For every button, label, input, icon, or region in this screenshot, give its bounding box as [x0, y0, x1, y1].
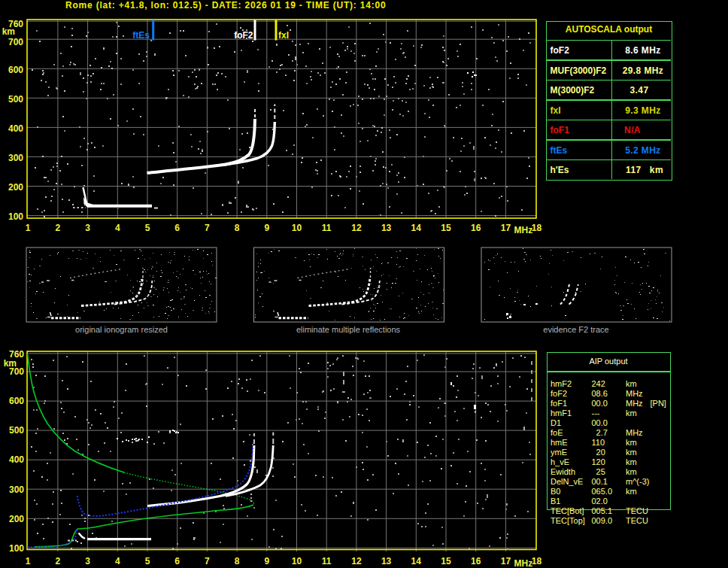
svg-text:8: 8	[235, 223, 240, 233]
svg-text:4: 4	[115, 556, 120, 566]
svg-text:1: 1	[26, 556, 31, 566]
svg-text:4: 4	[115, 223, 120, 233]
svg-text:11: 11	[322, 223, 332, 233]
svg-text:500: 500	[8, 94, 23, 105]
svg-text:7: 7	[205, 556, 210, 566]
svg-text:fxI: fxI	[278, 30, 289, 41]
svg-text:14: 14	[411, 556, 422, 566]
svg-text:17: 17	[501, 556, 511, 566]
svg-text:ftEs: ftEs	[132, 30, 150, 41]
svg-text:15: 15	[441, 556, 451, 566]
svg-text:14: 14	[411, 223, 422, 233]
svg-text:6: 6	[174, 223, 180, 233]
svg-text:km: km	[2, 26, 15, 37]
svg-text:200: 200	[8, 182, 23, 193]
svg-text:6: 6	[174, 556, 180, 566]
svg-text:3: 3	[85, 223, 90, 233]
svg-text:10: 10	[292, 556, 302, 566]
svg-text:foF2: foF2	[234, 30, 253, 41]
svg-text:MHz: MHz	[514, 558, 533, 568]
svg-text:700: 700	[8, 37, 23, 47]
svg-text:9: 9	[264, 556, 269, 566]
svg-text:12: 12	[351, 223, 362, 233]
svg-text:5: 5	[145, 223, 150, 233]
svg-text:5: 5	[145, 556, 150, 566]
svg-text:600: 600	[8, 65, 23, 75]
svg-text:15: 15	[441, 223, 451, 233]
svg-text:8: 8	[235, 556, 240, 566]
svg-text:200: 200	[9, 514, 24, 524]
svg-text:300: 300	[9, 484, 24, 495]
svg-text:evidence F2 trace: evidence F2 trace	[543, 325, 608, 334]
svg-text:12: 12	[351, 556, 362, 566]
svg-text:18: 18	[532, 556, 542, 566]
svg-text:400: 400	[8, 123, 23, 134]
svg-text:eliminate multiple reflections: eliminate multiple reflections	[296, 325, 401, 334]
svg-text:16: 16	[471, 223, 481, 233]
svg-text:MHz: MHz	[514, 225, 533, 235]
svg-text:7: 7	[205, 223, 210, 233]
svg-text:100: 100	[9, 543, 24, 554]
svg-text:original ionogram resized: original ionogram resized	[75, 325, 168, 334]
svg-text:16: 16	[471, 556, 481, 566]
svg-text:18: 18	[532, 223, 542, 233]
svg-text:3: 3	[85, 556, 90, 566]
svg-text:600: 600	[9, 396, 24, 406]
svg-text:11: 11	[322, 556, 332, 566]
svg-text:13: 13	[381, 556, 392, 566]
svg-text:17: 17	[501, 223, 511, 233]
svg-text:10: 10	[292, 223, 302, 233]
svg-text:9: 9	[264, 223, 269, 233]
svg-text:2: 2	[56, 223, 61, 233]
svg-text:1: 1	[26, 223, 31, 233]
svg-text:500: 500	[9, 425, 24, 436]
svg-text:400: 400	[9, 454, 24, 465]
svg-text:13: 13	[381, 223, 392, 233]
svg-text:2: 2	[56, 556, 61, 566]
svg-text:700: 700	[9, 366, 24, 377]
svg-text:300: 300	[8, 153, 23, 163]
svg-text:100: 100	[8, 211, 23, 222]
